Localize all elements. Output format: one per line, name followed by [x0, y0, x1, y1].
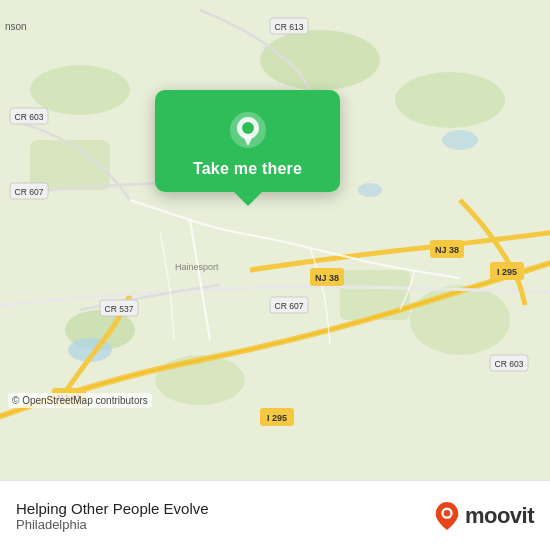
bottom-text: Helping Other People Evolve Philadelphia — [16, 500, 433, 532]
svg-text:nson: nson — [5, 21, 27, 32]
app-city: Philadelphia — [16, 517, 433, 532]
svg-text:NJ 38: NJ 38 — [435, 245, 459, 255]
bottom-bar: Helping Other People Evolve Philadelphia… — [0, 480, 550, 550]
svg-text:CR 607: CR 607 — [15, 187, 44, 197]
map-container: NJ 38 NJ 38 I 295 I 295 NJ 41 CR 613 CR … — [0, 0, 550, 480]
svg-text:CR 537: CR 537 — [105, 304, 134, 314]
svg-point-10 — [442, 130, 478, 150]
svg-text:Hainesport: Hainesport — [175, 262, 219, 272]
map-attribution: © OpenStreetMap contributors — [8, 393, 152, 408]
svg-point-2 — [30, 65, 130, 115]
moovit-logo[interactable]: moovit — [433, 500, 534, 532]
svg-text:CR 603: CR 603 — [495, 359, 524, 369]
moovit-pin-icon — [433, 500, 461, 532]
svg-point-5 — [410, 285, 510, 355]
map-svg: NJ 38 NJ 38 I 295 I 295 NJ 41 CR 613 CR … — [0, 0, 550, 480]
svg-point-38 — [242, 122, 254, 134]
moovit-brand-text: moovit — [465, 503, 534, 529]
svg-text:I 295: I 295 — [497, 267, 517, 277]
svg-text:CR 607: CR 607 — [275, 301, 304, 311]
popup-label: Take me there — [193, 160, 302, 178]
svg-point-11 — [358, 183, 382, 197]
svg-text:CR 603: CR 603 — [15, 112, 44, 122]
popup-card[interactable]: Take me there — [155, 90, 340, 192]
location-pin-icon — [226, 108, 270, 152]
app-name: Helping Other People Evolve — [16, 500, 433, 517]
svg-point-4 — [395, 72, 505, 128]
svg-text:NJ 38: NJ 38 — [315, 273, 339, 283]
svg-text:I 295: I 295 — [267, 413, 287, 423]
svg-text:CR 613: CR 613 — [275, 22, 304, 32]
svg-point-41 — [444, 509, 451, 516]
svg-point-1 — [260, 30, 380, 90]
